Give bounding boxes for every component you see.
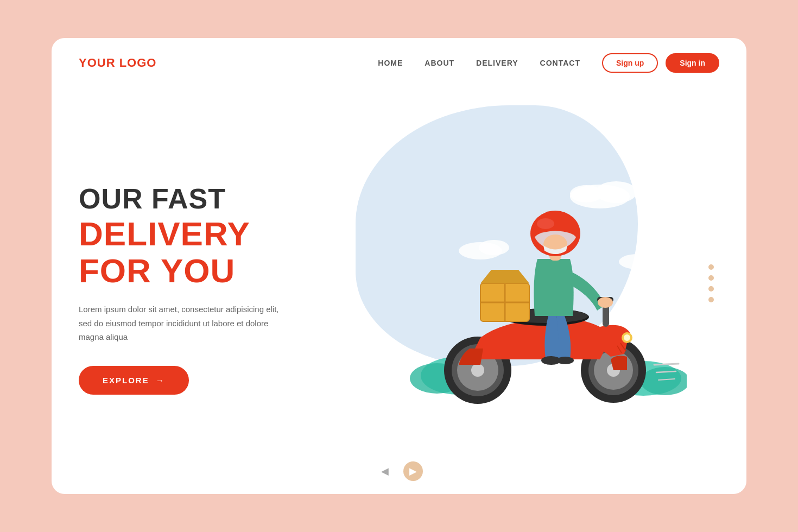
dot-3 — [708, 286, 714, 292]
headline-line1: OUR FAST — [79, 183, 226, 214]
svg-line-19 — [654, 364, 679, 365]
nav-contact[interactable]: CONTACT — [540, 59, 580, 67]
landing-card: YOUR LOGO HOME ABOUT DELIVERY CONTACT Si… — [52, 38, 746, 494]
svg-point-39 — [537, 218, 554, 229]
carousel-controls: ◀ ▶ — [375, 461, 423, 481]
headline-line3: FOR YOU — [79, 252, 339, 289]
decorative-dots — [708, 264, 714, 302]
svg-point-25 — [624, 334, 630, 341]
signin-button[interactable]: Sign in — [666, 53, 719, 73]
prev-button[interactable]: ◀ — [375, 461, 395, 481]
svg-point-33 — [556, 357, 574, 364]
signup-button[interactable]: Sign up — [602, 53, 658, 73]
svg-point-14 — [471, 364, 484, 377]
nav-delivery[interactable]: DELIVERY — [476, 59, 518, 67]
svg-point-4 — [479, 240, 509, 255]
nav-home[interactable]: HOME — [378, 59, 403, 67]
dot-4 — [708, 297, 714, 302]
hero-illustration — [339, 94, 719, 472]
headline: OUR FAST DELIVERY FOR YOU — [79, 183, 339, 289]
scooter-scene — [372, 153, 687, 414]
svg-point-2 — [570, 185, 603, 202]
nav-about[interactable]: ABOUT — [425, 59, 454, 67]
next-button[interactable]: ▶ — [403, 461, 423, 481]
main-content: OUR FAST DELIVERY FOR YOU Lorem ipsum do… — [52, 84, 746, 494]
headline-line2: DELIVERY — [79, 216, 339, 252]
scooter-svg — [372, 153, 687, 414]
logo: YOUR LOGO — [79, 56, 156, 70]
svg-point-6 — [636, 252, 664, 265]
dot-2 — [708, 275, 714, 281]
hero-left: OUR FAST DELIVERY FOR YOU Lorem ipsum do… — [79, 94, 339, 472]
explore-button[interactable]: EXPLORE → — [79, 366, 189, 395]
hero-description: Lorem ipsum dolor sit amet, consectetur … — [79, 302, 285, 344]
svg-point-36 — [598, 297, 613, 308]
dot-1 — [708, 264, 714, 270]
nav-links: HOME ABOUT DELIVERY CONTACT — [378, 59, 580, 67]
navbar: YOUR LOGO HOME ABOUT DELIVERY CONTACT Si… — [52, 38, 746, 84]
